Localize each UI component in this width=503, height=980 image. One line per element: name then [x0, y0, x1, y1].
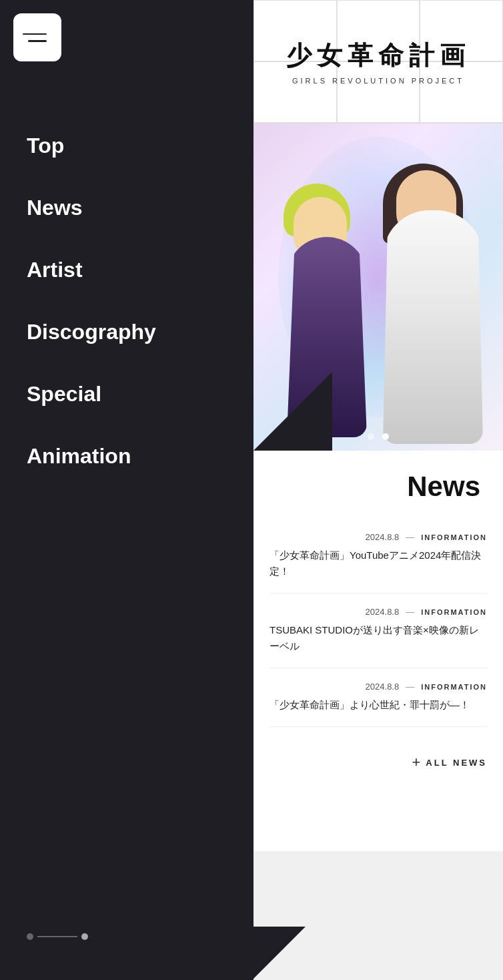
news-section-title: News — [270, 471, 487, 503]
all-news-label: ALL NEWS — [426, 758, 487, 768]
nav-menu: Top News Artist Discography Special Anim… — [0, 115, 254, 487]
site-header: 少女革命計画 GIRLS REVOLUTION PROJECT — [254, 0, 503, 124]
character-right — [376, 164, 496, 444]
hero-dot-1[interactable] — [368, 433, 374, 440]
news-date: 2024.8.8 — [366, 532, 400, 542]
news-date: 2024.8.8 — [366, 607, 400, 617]
logo-area — [0, 0, 254, 75]
slider-dot-inactive — [27, 933, 33, 940]
main-content: 少女革命計画 GIRLS REVOLUTION PROJECT — [254, 0, 503, 980]
news-meta: 2024.8.8 — INFORMATION — [270, 607, 487, 617]
news-category: INFORMATION — [421, 608, 487, 616]
site-title-en: GIRLS REVOLUTION PROJECT — [292, 77, 464, 85]
site-title-jp: 少女革命計画 — [286, 39, 470, 73]
news-meta: 2024.8.8 — INFORMATION — [270, 682, 487, 692]
news-text: 「少女革命計画」より心世紀・罪十罰が—！ — [270, 697, 487, 713]
sidebar-item-special[interactable]: Special — [27, 363, 227, 425]
hero-dots — [368, 433, 389, 440]
news-category: INFORMATION — [421, 533, 487, 541]
sidebar-item-top[interactable]: Top — [27, 115, 227, 177]
news-category: INFORMATION — [421, 683, 487, 691]
news-dash: — — [406, 607, 414, 617]
news-item[interactable]: 2024.8.8 — INFORMATION TSUBAKI STUDIOが送り… — [270, 593, 487, 668]
sidebar: Top News Artist Discography Special Anim… — [0, 0, 254, 980]
sidebar-item-animation[interactable]: Animation — [27, 425, 227, 487]
hero-section — [254, 124, 503, 451]
logo-line-1 — [23, 33, 47, 35]
slider-dot-active — [81, 933, 88, 940]
sidebar-item-artist[interactable]: Artist — [27, 239, 227, 301]
sidebar-slider — [0, 933, 254, 940]
sidebar-item-discography[interactable]: Discography — [27, 301, 227, 363]
sidebar-item-news[interactable]: News — [27, 177, 227, 239]
news-dash: — — [406, 532, 414, 542]
news-text: 「少女革命計画」YouTubeアニメ2024年配信決定！ — [270, 547, 487, 579]
deco-triangle-hero — [254, 372, 332, 451]
news-item[interactable]: 2024.8.8 — INFORMATION 「少女革命計画」YouTubeアニ… — [270, 519, 487, 593]
news-meta: 2024.8.8 — INFORMATION — [270, 532, 487, 542]
news-item[interactable]: 2024.8.8 — INFORMATION 「少女革命計画」より心世紀・罪十罰… — [270, 668, 487, 727]
hero-dot-2[interactable] — [382, 433, 389, 440]
char-right-body — [383, 210, 483, 444]
deco-triangle-bottom — [254, 927, 306, 980]
all-news-plus-icon: + — [412, 754, 420, 771]
all-news-link[interactable]: + ALL NEWS — [270, 747, 487, 778]
news-section: News 2024.8.8 — INFORMATION 「少女革命計画」YouT… — [254, 451, 503, 851]
news-date: 2024.8.8 — [366, 682, 400, 692]
slider-track — [37, 936, 77, 937]
news-text: TSUBAKI STUDIOが送り出す音楽×映像の新レーベル — [270, 622, 487, 654]
logo-line-2 — [28, 40, 47, 42]
logo-icon[interactable] — [13, 13, 61, 61]
news-dash: — — [406, 682, 414, 692]
